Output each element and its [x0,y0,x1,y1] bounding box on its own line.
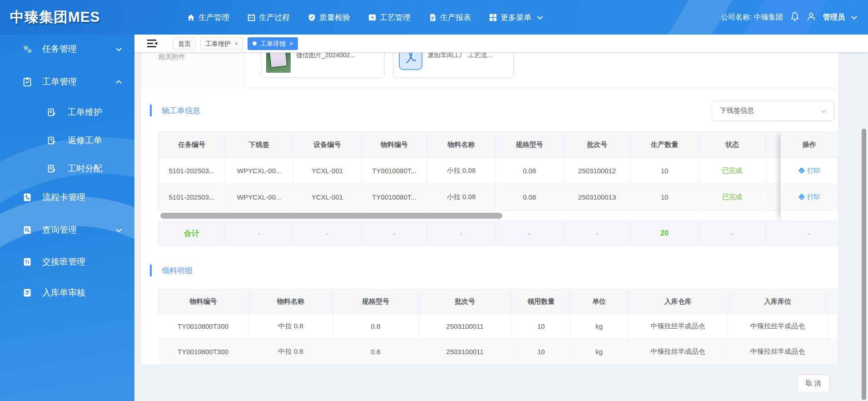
nav-item-production-mgmt[interactable]: 生产管理 [187,12,229,23]
top-header: 中臻集团MES 生产管理 生产过程 质量检验 工艺管理 生产报表 [0,0,868,35]
col-header: 生产数量 [631,132,699,158]
col-header-action: 操作 [781,132,838,158]
print-button[interactable]: 打印 [799,167,820,175]
sidebar-item-workhour-allocation[interactable]: 工时分配 [0,155,134,183]
bell-icon[interactable] [790,11,799,23]
print-button[interactable]: 打印 [799,193,820,201]
summary-cell: - [362,221,427,246]
section-title-axle-workorder: 轴工单信息 [150,105,200,116]
chevron-down-icon [821,107,827,113]
clipboard-icon [22,77,32,87]
chevron-down-icon[interactable] [851,14,857,20]
doc-refresh-icon [47,136,56,145]
nav-item-more-menu[interactable]: 更多菜单 [489,12,542,23]
close-icon[interactable]: × [289,40,293,47]
attachment-file-pdf[interactable]: 废阳车间工厂 工艺流... [393,53,514,78]
cell-unit: kg [570,339,628,365]
nav-item-production-process[interactable]: 生产过程 [248,12,290,23]
nav-item-quality-inspection[interactable]: 质量检验 [308,12,350,23]
table-row: 5101-202503... WPYCXL-00... YCXL-001 TY0… [158,184,838,211]
action-cell: 打印 [781,184,838,211]
fixed-action-column: 操作 打印 打印 [780,132,838,221]
tab-workorder-detail[interactable]: 工单详情 × [248,37,298,50]
close-icon[interactable]: × [234,40,238,47]
attachments-label: 相关附件 [158,53,185,61]
sidebar: 任务管理 工单管理 工单维护 返修工单 工时分配 流程 [0,35,134,401]
section-title-material-detail: 领料明细 [150,265,193,276]
cancel-button[interactable]: 取 消 [797,375,829,392]
table-row: TY0010800T300 中拉 0.8 0.8 2503100011 10 k… [158,314,838,339]
calendar-icon [248,14,255,21]
cell-clipped [828,339,838,365]
cell-spec: 0.08 [496,158,564,184]
cell-material-no: TY0010800T300 [158,339,248,365]
user-name[interactable]: 管理员 [823,13,845,22]
cell-device-no: YCXL-001 [293,158,362,184]
summary-cell-clipped [766,221,780,246]
cell-offline-tag: WPYCXL-00... [225,184,293,211]
action-cell: 打印 [781,158,838,184]
nav-item-production-report[interactable]: 生产报表 [429,12,471,23]
table-row: TY0010800T300 中拉 0.8 0.8 2503100011 10 k… [158,339,838,365]
col-header: 入库库位 [728,289,828,314]
col-header: 设备编号 [293,132,362,158]
col-header: 规格型号 [333,289,418,314]
sidebar-item-task-mgmt[interactable]: 任务管理 [0,35,134,64]
cell-location: 中臻拉丝半成品仓 [728,314,828,339]
chevron-down-icon [537,14,543,20]
grid-icon [489,14,497,21]
pdf-icon [399,53,422,70]
user-icon [807,12,816,23]
app-logo: 中臻集团MES [10,0,100,35]
summary-row: 合计 - - - - - - 20 - - [158,221,838,246]
summary-action-cell: - [780,221,838,246]
sidebar-item-inbound-audit[interactable]: 入库单审核 [0,278,134,307]
summary-qty: 20 [631,221,699,246]
cell-task-no: 5101-202503... [158,158,225,184]
action-column-gap [781,211,838,221]
col-header: 状态 [699,132,766,158]
col-header: 单位 [570,289,628,314]
summary-cell: - [564,221,631,246]
col-header: 入库仓库 [628,289,728,314]
nav-item-craft-mgmt[interactable]: 工艺管理 [368,12,411,23]
attachment-file-image[interactable]: 微信图片_2024002... [261,53,385,78]
cell-material-name: 小拉 0.08 [427,184,496,211]
col-header: 规格型号 [496,132,564,158]
sidebar-item-flowcard-mgmt[interactable]: 流程卡管理 [0,183,134,212]
tab-workorder-maintain[interactable]: 工单维护 × [200,37,243,50]
sidebar-item-query-mgmt[interactable]: 查询管理 [0,216,134,245]
cell-device-no: YCXL-001 [293,184,362,211]
horizontal-scrollbar-thumb[interactable] [160,213,502,219]
sidebar-item-shift-handover[interactable]: 交接班管理 [0,247,134,276]
detail-card: 相关附件 微信图片_2024002... 废阳车间工厂 工艺流... 轴工单信息 [141,53,838,365]
cell-qty: 10 [512,339,570,365]
horizontal-scrollbar [158,211,838,221]
tags-view-bar: 首页 工单维护 × 工单详情 × [134,35,868,53]
vertical-scrollbar-thumb[interactable] [862,129,866,400]
col-header: 物料名称 [248,289,333,314]
cell-batch-no: 2503100011 [418,339,512,365]
cell-spec: 0.8 [333,314,418,339]
summary-cell: - [427,221,496,246]
sidebar-fold-icon[interactable] [147,39,158,49]
col-header: 领用数量 [512,289,570,314]
cell-warehouse: 中臻拉丝半成品仓 [628,314,728,339]
sidebar-item-repair-workorder[interactable]: 返修工单 [0,126,134,155]
cell-spec: 0.08 [496,184,564,211]
table-header-row: 任务编号 下线签 设备编号 物料编号 物料名称 规格型号 批次号 生产数量 状态 [158,132,838,158]
flowchart-icon [22,192,32,202]
gears-icon [22,44,32,54]
chevron-up-icon [116,80,122,86]
tab-home[interactable]: 首页 [173,37,196,50]
main-content: 相关附件 微信图片_2024002... 废阳车间工厂 工艺流... 轴工单信息 [134,53,868,401]
cell-material-name: 中拉 0.8 [248,339,333,365]
col-header: 批次号 [564,132,631,158]
cell-batch-no: 2503100012 [564,158,631,184]
report-icon [429,14,436,21]
sidebar-item-workorder-maintain[interactable]: 工单维护 [0,98,134,126]
col-header: 物料编号 [362,132,427,158]
top-nav: 生产管理 生产过程 质量检验 工艺管理 生产报表 更多菜单 [187,0,542,35]
offline-tag-select[interactable]: 下线签信息 [712,101,834,121]
sidebar-item-workorder-mgmt[interactable]: 工单管理 [0,67,134,96]
